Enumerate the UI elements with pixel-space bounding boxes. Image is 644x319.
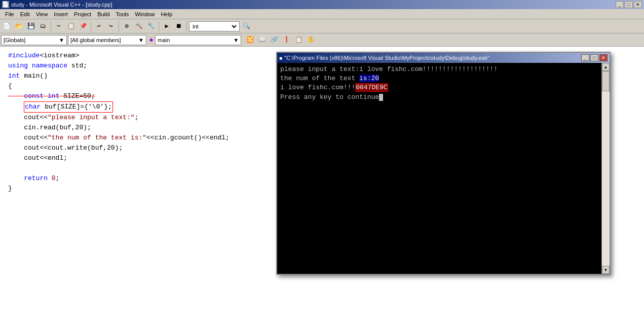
compile-button[interactable]: ⚙ [121, 21, 132, 32]
sep3 [119, 21, 119, 31]
console-line-1: please input a text:i love fishc.com!!!!… [280, 65, 598, 74]
build-all-button[interactable]: 🔧 [145, 21, 157, 32]
sep2 [91, 21, 91, 31]
globals-label: [Globals] [4, 37, 25, 43]
menu-project[interactable]: Project [71, 9, 94, 19]
console-body: please input a text:i love fishc.com!!!!… [277, 63, 610, 274]
console-line-4: Press any key to continue [280, 93, 598, 102]
console-scrollbar[interactable]: ▲ ▼ [601, 63, 610, 274]
main-area: #include<iostream> using namespace std; … [0, 47, 644, 319]
members-label: [All global members] [70, 37, 121, 43]
new-file-button[interactable]: 📄 [1, 21, 12, 32]
console-restore[interactable]: □ [590, 54, 598, 61]
nav-btn2[interactable]: 📖 [256, 34, 268, 46]
title-bar-buttons: _ □ ✕ [616, 1, 642, 8]
nav-btn6[interactable]: ✋ [305, 34, 316, 46]
menu-view[interactable]: View [33, 9, 51, 19]
nav-btn1[interactable]: 🔀 [244, 34, 255, 46]
nav-btn5[interactable]: 📋 [293, 34, 304, 46]
console-close[interactable]: ✕ [599, 54, 608, 61]
search-dropdown[interactable]: int [189, 21, 240, 31]
members-combo[interactable]: [All global members] ▼ [68, 35, 146, 45]
console-output: please input a text:i love fishc.com!!!!… [277, 63, 601, 274]
scrollbar-up[interactable]: ▲ [602, 63, 610, 71]
title-bar: 📄 study - Microsoft Visual C++ - [study.… [0, 0, 644, 9]
nav-btn3[interactable]: 🔗 [269, 34, 280, 46]
search-button[interactable]: 🔍 [241, 21, 252, 32]
nav-toolbar: [Globals] ▼ [All global members] ▼ ◆ mai… [0, 33, 644, 47]
maximize-button[interactable]: □ [625, 1, 633, 8]
window-title: study - Microsoft Visual C++ - [study.cp… [11, 2, 616, 8]
menu-edit[interactable]: Edit [17, 9, 33, 19]
stop-button[interactable]: ⏹ [173, 21, 184, 32]
menu-build[interactable]: Build [94, 9, 112, 19]
menu-file[interactable]: File [2, 9, 17, 19]
paste-button[interactable]: 📌 [78, 21, 89, 32]
menu-tools[interactable]: Tools [113, 9, 132, 19]
app-icon: 📄 [2, 1, 9, 8]
console-line-2: the num of the text is:20 [280, 74, 598, 83]
sep5 [186, 21, 187, 31]
open-button[interactable]: 📂 [13, 21, 24, 32]
close-button[interactable]: ✕ [634, 1, 642, 8]
debug-button[interactable]: ▶ [161, 21, 172, 32]
scrollbar-track[interactable] [602, 71, 610, 266]
sep1 [51, 21, 51, 31]
save-all-button[interactable]: 🗂 [37, 21, 49, 32]
redo-button[interactable]: ↪ [105, 21, 117, 32]
scrollbar-thumb[interactable] [602, 71, 610, 91]
console-title: "C:\Program Files (x86)\Microsoft Visual… [284, 55, 581, 61]
scrollbar-down[interactable]: ▼ [602, 266, 610, 274]
build-button[interactable]: 🔨 [133, 21, 144, 32]
console-title-buttons: _ □ ✕ [581, 54, 608, 61]
save-button[interactable]: 💾 [25, 21, 36, 32]
menu-window[interactable]: Window [132, 9, 158, 19]
search-type-select[interactable]: int [191, 23, 238, 30]
cut-button[interactable]: ✂ [53, 21, 64, 32]
console-minimize[interactable]: _ [581, 54, 589, 61]
main-toolbar: 📄 📂 💾 🗂 ✂ 📋 📌 ↩ ↪ ⚙ 🔨 🔧 ▶ ⏹ int 🔍 [0, 19, 644, 33]
copy-button[interactable]: 📋 [65, 21, 77, 32]
console-title-bar: ■ "C:\Program Files (x86)\Microsoft Visu… [277, 53, 610, 63]
menu-bar: File Edit View Insert Project Build Tool… [0, 9, 644, 19]
function-combo[interactable]: main ▼ [155, 35, 241, 45]
undo-button[interactable]: ↩ [93, 21, 104, 32]
console-window: ■ "C:\Program Files (x86)\Microsoft Visu… [276, 52, 611, 275]
menu-insert[interactable]: Insert [51, 9, 71, 19]
globals-combo[interactable]: [Globals] ▼ [1, 35, 67, 45]
sep4 [159, 21, 159, 31]
minimize-button[interactable]: _ [616, 1, 624, 8]
console-line-3: i love fishc.com!!!0047DE9C [280, 83, 598, 92]
nav-btn4[interactable]: ❗ [281, 34, 292, 46]
menu-help[interactable]: Help [158, 9, 175, 19]
function-label: main [158, 37, 170, 43]
